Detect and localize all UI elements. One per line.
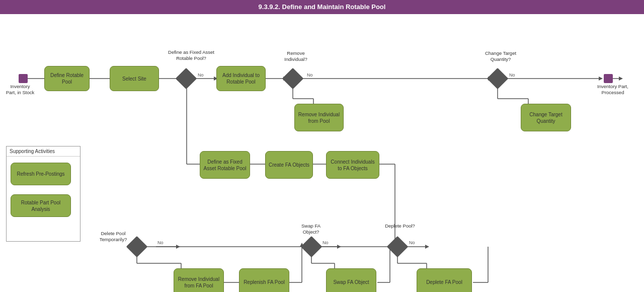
inventory-in-label: Inventory Part, in Stock — [5, 84, 35, 96]
diamond-swap-label: Swap FA Object? — [293, 223, 329, 236]
diamond-deplete-label: Deplete Pool? — [382, 223, 418, 229]
supporting-title: Supporting Activities — [7, 147, 80, 157]
svg-marker-63 — [599, 77, 603, 81]
change-target-qty-node: Change Target Quantity — [521, 104, 571, 131]
remove-from-fa-pool-node: Remove Individual from FA Pool — [174, 268, 224, 292]
diamond-fa-label: Define as Fixed Asset Rotable Pool? — [166, 49, 216, 62]
supporting-activities-box: Supporting Activities Refresh Pre-Postin… — [6, 146, 80, 242]
page-title: 9.3.9.2. Define and Maintain Rotable Poo… — [259, 3, 386, 11]
svg-text:No: No — [198, 72, 204, 78]
svg-marker-53 — [425, 245, 429, 249]
svg-text:No: No — [307, 72, 313, 78]
svg-marker-69 — [619, 77, 623, 81]
diamond-change-target — [487, 68, 508, 89]
arrows-layer: No No No — [0, 14, 644, 292]
replenish-fa-pool-node: Replenish FA Pool — [239, 268, 289, 292]
svg-marker-32 — [176, 245, 180, 249]
title-bar: 9.3.9.2. Define and Maintain Rotable Poo… — [0, 0, 644, 14]
refresh-pre-postings-node: Refresh Pre-Postings — [11, 163, 71, 185]
diamond-deplete-pool — [387, 236, 408, 257]
diamond-delete-label: Delete Pool Temporarily? — [93, 231, 133, 243]
remove-individual-top-node: Remove Individual from Pool — [294, 104, 344, 131]
add-individual-node: Add Individual to Rotable Pool — [216, 66, 266, 91]
diamond-remove-ind — [282, 68, 303, 89]
diamond-remove-label: Remove Individual? — [276, 50, 316, 63]
svg-marker-44 — [337, 245, 341, 249]
inventory-out-label: Inventory Part, Processed — [595, 84, 630, 96]
diamond-swap-fa — [301, 236, 322, 257]
connect-individuals-node: Connect Individuals to FA Objects — [326, 151, 379, 179]
swap-fa-object-node: Swap FA Object — [326, 268, 376, 292]
svg-text:No: No — [409, 240, 415, 245]
rotable-part-pool-node: Rotable Part Pool Analysis — [11, 194, 71, 217]
select-site-node: Select Site — [110, 66, 159, 91]
define-rotable-pool-node: Define Rotable Pool — [44, 66, 90, 91]
diamond-change-label: Change Target Quantity? — [480, 50, 521, 63]
create-fa-objects-node: Create FA Objects — [265, 151, 313, 179]
deplete-fa-pool-node: Deplete FA Pool — [417, 268, 472, 292]
start-node — [19, 74, 28, 83]
diamond-fa-rotable — [176, 68, 197, 89]
svg-text:No: No — [323, 240, 329, 245]
define-fa-rotable-node: Define as Fixed Asset Rotable Pool — [200, 151, 250, 179]
svg-text:No: No — [157, 240, 164, 245]
diagram-area: No No No — [0, 14, 644, 292]
svg-text:No: No — [509, 72, 515, 78]
end-node — [604, 74, 613, 83]
